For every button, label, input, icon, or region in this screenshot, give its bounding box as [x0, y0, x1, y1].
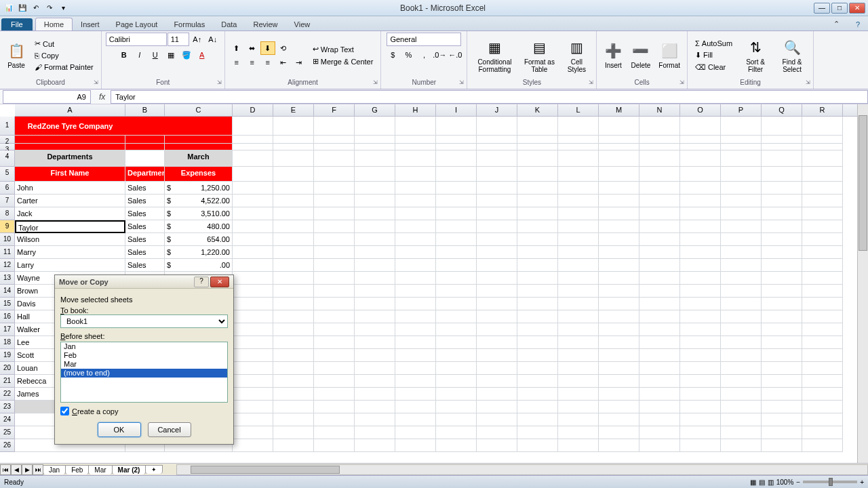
insert-sheet-icon[interactable]: ✦	[145, 465, 163, 474]
maximize-button[interactable]: □	[831, 3, 848, 14]
cell[interactable]	[517, 310, 558, 323]
cell[interactable]: Carter	[15, 195, 125, 207]
cell[interactable]	[599, 401, 639, 413]
cell[interactable]: First Name	[15, 167, 125, 182]
cell[interactable]: RedZone Tyre Company	[15, 117, 125, 136]
cell[interactable]	[802, 375, 843, 388]
cell[interactable]	[721, 150, 762, 167]
cell[interactable]	[477, 246, 517, 259]
cell[interactable]	[517, 195, 558, 207]
cell[interactable]	[395, 246, 436, 259]
cell[interactable]	[802, 401, 843, 413]
tab-review[interactable]: Review	[245, 18, 285, 30]
cell[interactable]	[395, 323, 436, 336]
cell[interactable]	[721, 195, 762, 207]
row-header[interactable]: 3	[0, 144, 15, 150]
cell[interactable]: Sales	[125, 233, 165, 246]
cell[interactable]	[517, 413, 558, 426]
delete-cells-button[interactable]: ➖Delete	[628, 40, 653, 70]
cell[interactable]	[355, 388, 395, 401]
cell[interactable]	[273, 144, 314, 150]
cell[interactable]	[165, 144, 233, 150]
cell[interactable]	[721, 220, 762, 233]
cell[interactable]	[477, 323, 517, 336]
cell[interactable]	[355, 167, 395, 182]
cell[interactable]	[517, 220, 558, 233]
cell[interactable]	[273, 182, 314, 195]
cell[interactable]	[273, 167, 314, 182]
cell[interactable]	[517, 349, 558, 362]
cell[interactable]	[233, 233, 273, 246]
cell[interactable]	[273, 220, 314, 233]
cell[interactable]	[233, 220, 273, 233]
cell[interactable]	[436, 375, 477, 388]
cell[interactable]	[355, 375, 395, 388]
sort-filter-button[interactable]: ⇅Sort & Filter	[738, 37, 772, 75]
row-header[interactable]: 21	[0, 375, 15, 388]
row-11[interactable]: 11MarrySales$1,220.00	[0, 246, 868, 259]
cell[interactable]	[517, 401, 558, 413]
insert-cells-button[interactable]: ➕Insert	[601, 40, 625, 70]
cell[interactable]	[125, 150, 165, 167]
cancel-button[interactable]: Cancel	[148, 422, 191, 437]
cell[interactable]	[355, 144, 395, 150]
cell[interactable]	[558, 246, 599, 259]
cell[interactable]	[639, 272, 680, 285]
cell[interactable]	[436, 336, 477, 349]
cell[interactable]	[762, 336, 802, 349]
view-pagebreak-icon[interactable]: ▥	[768, 479, 774, 486]
cell[interactable]	[599, 413, 639, 426]
cell[interactable]	[558, 426, 599, 439]
tab-view[interactable]: View	[286, 18, 319, 30]
tab-formulas[interactable]: Formulas	[165, 18, 213, 30]
cell[interactable]	[680, 272, 721, 285]
cell[interactable]	[395, 349, 436, 362]
cell[interactable]	[314, 323, 355, 336]
cell[interactable]: $1,220.00	[165, 246, 233, 259]
cell[interactable]	[802, 323, 843, 336]
autosum-button[interactable]: ΣAutoSum	[692, 38, 736, 49]
cell[interactable]	[802, 439, 843, 452]
cut-button[interactable]: ✂Cut	[31, 38, 97, 49]
cell[interactable]	[517, 362, 558, 375]
row-header[interactable]: 1	[0, 117, 15, 136]
cell[interactable]	[165, 117, 233, 136]
cell[interactable]	[558, 207, 599, 220]
cell[interactable]: Sales	[125, 220, 165, 233]
cell[interactable]	[436, 150, 477, 167]
increase-font-icon[interactable]: A↑	[190, 33, 205, 46]
cell[interactable]	[477, 298, 517, 310]
cell[interactable]	[599, 136, 639, 144]
cell[interactable]	[355, 439, 395, 452]
cell[interactable]: $480.00	[165, 220, 233, 233]
row-header[interactable]: 2	[0, 136, 15, 144]
cell[interactable]	[762, 246, 802, 259]
cell[interactable]	[436, 298, 477, 310]
cell[interactable]	[355, 207, 395, 220]
cell[interactable]	[477, 220, 517, 233]
minimize-button[interactable]: —	[814, 3, 830, 14]
cell[interactable]	[314, 246, 355, 259]
cell[interactable]	[395, 285, 436, 298]
cell[interactable]	[680, 362, 721, 375]
cell[interactable]	[558, 298, 599, 310]
cell[interactable]	[680, 413, 721, 426]
cell[interactable]	[517, 246, 558, 259]
cell[interactable]	[802, 349, 843, 362]
cell[interactable]	[802, 195, 843, 207]
cell[interactable]	[273, 310, 314, 323]
cell[interactable]	[721, 246, 762, 259]
cell[interactable]	[680, 150, 721, 167]
row-header[interactable]: 9	[0, 220, 15, 233]
cell[interactable]	[558, 182, 599, 195]
sheet-tab-jan[interactable]: Jan	[43, 465, 66, 474]
cell[interactable]	[233, 195, 273, 207]
cell[interactable]	[762, 439, 802, 452]
cell[interactable]	[721, 388, 762, 401]
cell[interactable]	[273, 195, 314, 207]
cell[interactable]	[314, 220, 355, 233]
cell[interactable]	[436, 195, 477, 207]
column-headers[interactable]: A B C D E F G H I J K L M N O P Q R	[15, 104, 868, 117]
cell[interactable]	[436, 388, 477, 401]
cell[interactable]	[355, 323, 395, 336]
